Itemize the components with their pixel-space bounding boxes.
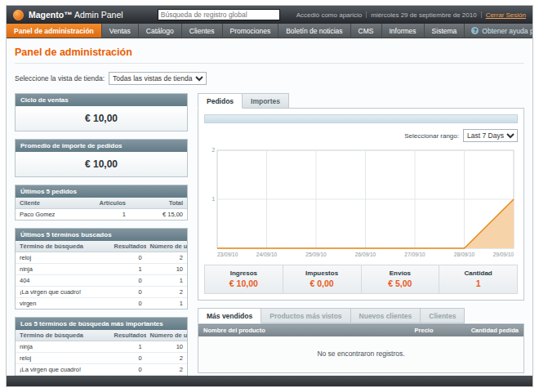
nav-item-promociones[interactable]: Promociones: [223, 24, 279, 38]
cell-termino: virgen: [16, 298, 110, 310]
global-search-input[interactable]: [158, 9, 280, 20]
svg-text:27/09/10: 27/09/10: [404, 252, 425, 257]
nav-item-boletin-de-noticias[interactable]: Boletín de noticias: [278, 24, 350, 38]
cell-usos: 1: [146, 275, 187, 287]
card-title: Últimos 5 términos buscados: [16, 229, 187, 241]
card-title: Los 5 términos de búsqueda más important…: [16, 318, 187, 330]
range-select[interactable]: Last 7 Days: [463, 129, 518, 142]
cell-usos: 2: [146, 364, 187, 376]
nav-item-cms[interactable]: CMS: [351, 24, 382, 38]
tab-mas-vendidos[interactable]: Más vendidos: [198, 308, 261, 323]
store-view-label: Seleccione la vista de tienda:: [15, 74, 105, 82]
table-row[interactable]: ninja 1 10: [16, 341, 187, 353]
nav-item-catalogo[interactable]: Catálogo: [139, 24, 182, 38]
table-row[interactable]: ¡La virgen que cuadro! 0 2: [16, 364, 187, 376]
col-termino: Término de búsqueda: [16, 330, 110, 341]
stat-cantidad: Cantidad 1: [439, 265, 517, 293]
col-total: Total: [130, 198, 187, 209]
stat-label: Impuestos: [283, 270, 361, 277]
col-numero-de-usos: Número de usos: [146, 241, 187, 252]
table-row[interactable]: virgen 0 1: [16, 298, 187, 310]
col-articulos: Artículos: [73, 198, 130, 209]
col-resultados: Resultados: [110, 330, 146, 341]
help-link[interactable]: ? Obtener ayuda para esta página: [465, 24, 533, 38]
stat-label: Ingresos: [205, 270, 283, 277]
stat-impuestos: Impuestos € 0,00: [283, 265, 361, 293]
table-header-row: Cliente Artículos Total: [16, 198, 187, 209]
page-title: Panel de administración: [15, 47, 524, 64]
cell-termino: ninja: [16, 341, 110, 353]
separator: [366, 11, 367, 18]
brand-text: Magento™ Admin Panel: [29, 10, 123, 20]
app-window: Magento™ Admin Panel Accedió como aparic…: [6, 5, 533, 387]
store-view-select[interactable]: Todas las vistas de tienda: [109, 72, 207, 85]
products-table: Nombre del producto Precio Cantidad pedi…: [198, 323, 524, 373]
average-orders-value: € 10,00: [16, 152, 187, 176]
cell-resultados: 0: [110, 353, 146, 364]
footer-bar: [7, 376, 532, 386]
cell-resultados: 1: [110, 341, 146, 353]
svg-text:24/09/10: 24/09/10: [256, 252, 278, 257]
table-row[interactable]: ninja 1 10: [16, 264, 187, 275]
cell-usos: 2: [146, 353, 187, 364]
svg-text:1: 1: [212, 196, 215, 202]
svg-text:2: 2: [212, 147, 215, 153]
logged-in-as: Accedió como aparicio: [296, 11, 362, 19]
tab-importes[interactable]: Importes: [243, 93, 289, 109]
stat-value: € 0,00: [283, 278, 361, 288]
table-row[interactable]: ¡La virgen que cuadro! 0 2: [16, 287, 187, 298]
card-title: Últimos 5 pedidos: [16, 185, 187, 198]
table-row[interactable]: reloj 0 2: [16, 252, 187, 264]
last-orders-table: Cliente Artículos Total Paco Gomez 1 € 1…: [16, 198, 187, 220]
logout-link[interactable]: Cerrar Sesión: [486, 11, 526, 19]
stat-value: € 5,00: [362, 278, 439, 288]
col-resultados: Resultados: [110, 241, 146, 252]
lifetime-sales-value: € 10,00: [16, 106, 187, 131]
table-header-row: Nombre del producto Precio Cantidad pedi…: [198, 324, 524, 337]
table-row[interactable]: reloj 0 2: [16, 353, 187, 364]
top-search-terms-card: Los 5 términos de búsqueda más important…: [15, 317, 188, 376]
cell-articulos: 1: [73, 209, 130, 220]
cell-termino: reloj: [16, 252, 110, 264]
nav-item-informes[interactable]: Informes: [382, 24, 425, 38]
cell-usos: 2: [146, 287, 187, 298]
table-row[interactable]: 404 0 1: [16, 275, 187, 287]
col-cantidad-pedida: Cantidad pedida: [439, 324, 524, 337]
brand-suffix: Admin Panel: [74, 10, 123, 20]
main-nav: Panel de administración Ventas Catálogo …: [7, 24, 532, 38]
tab-pedidos[interactable]: Pedidos: [198, 93, 243, 109]
table-row[interactable]: Paco Gomez 1 € 15,00: [16, 209, 187, 220]
empty-message: No se encontraron registros.: [198, 336, 524, 373]
col-nombre-del-producto: Nombre del producto: [198, 324, 373, 337]
tab-clientes[interactable]: Clientes: [421, 308, 465, 323]
dashboard-sidebar: Ciclo de ventas € 10,00 Promedio de impo…: [15, 93, 188, 376]
stats-row: Ingresos € 10,00 Impuestos € 0,00 Envíos…: [204, 265, 518, 294]
tab-productos-mas-vistos[interactable]: Productos más vistos: [261, 308, 350, 323]
orders-panel: Seleccionar rango: Last 7 Days 1223/09/1…: [198, 108, 524, 301]
page-content: Panel de administración Seleccione la vi…: [7, 38, 532, 376]
nav-item-ventas[interactable]: Ventas: [102, 24, 139, 38]
nav-item-panel-de-administracion[interactable]: Panel de administración: [7, 24, 102, 38]
nav-item-sistema[interactable]: Sistema: [425, 24, 466, 38]
card-title: Ciclo de ventas: [16, 94, 187, 106]
cell-termino: ¡La virgen que cuadro!: [16, 287, 110, 298]
cell-termino: reloj: [16, 353, 110, 364]
tab-nuevos-clientes[interactable]: Nuevos clientes: [351, 308, 421, 323]
nav-item-clientes[interactable]: Clientes: [182, 24, 223, 38]
stat-value: 1: [439, 278, 517, 288]
empty-row: No se encontraron registros.: [198, 336, 524, 373]
cell-usos: 10: [146, 264, 187, 275]
cell-termino: 404: [16, 275, 110, 287]
svg-text:28/09/10: 28/09/10: [454, 252, 475, 257]
dashboard-main: Pedidos Importes Seleccionar rango: Last…: [198, 93, 524, 373]
cell-resultados: 0: [110, 298, 146, 310]
magento-logo-icon: [13, 10, 24, 20]
col-numero-de-usos: Número de usos: [146, 330, 187, 341]
store-view-row: Seleccione la vista de tienda: Todas las…: [15, 72, 524, 85]
help-label: Obtener ayuda para esta página: [482, 27, 533, 35]
last-search-terms-table: Término de búsqueda Resultados Número de…: [16, 241, 187, 309]
stat-value: € 10,00: [205, 278, 283, 288]
cell-usos: 10: [146, 341, 187, 353]
topbar: Magento™ Admin Panel Accedió como aparic…: [7, 6, 532, 24]
cell-cliente: Paco Gomez: [16, 209, 73, 220]
